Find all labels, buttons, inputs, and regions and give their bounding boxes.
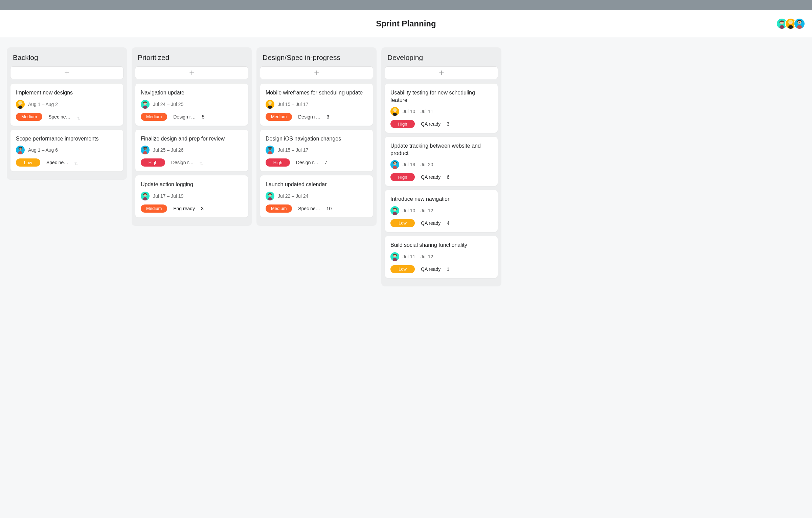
card-date-range: Aug 1 – Aug 6 xyxy=(28,147,58,153)
priority-pill[interactable]: Medium xyxy=(266,204,292,213)
task-card[interactable]: Build social sharing functionalityJul 11… xyxy=(385,236,498,278)
card-status-label: Design r… xyxy=(173,114,196,120)
card-date-range: Aug 1 – Aug 2 xyxy=(28,102,58,107)
task-card[interactable]: Launch updated calendarJul 22 – Jul 24Me… xyxy=(260,175,373,218)
priority-pill[interactable]: High xyxy=(266,158,290,167)
priority-pill[interactable]: Medium xyxy=(266,113,292,121)
plus-icon xyxy=(189,70,195,75)
board-column: PrioritizedNavigation updateJul 24 – Jul… xyxy=(132,47,252,226)
header-avatar-group[interactable] xyxy=(776,18,805,29)
assignee-avatar[interactable] xyxy=(390,206,399,215)
card-title: Build social sharing functionality xyxy=(390,241,492,249)
priority-pill[interactable]: High xyxy=(141,158,165,167)
card-bottom-row: MediumDesign r…5 xyxy=(141,113,243,121)
assignee-avatar[interactable] xyxy=(266,146,274,154)
priority-pill[interactable]: Low xyxy=(390,219,415,227)
priority-pill[interactable]: Low xyxy=(390,265,415,273)
card-date-range: Jul 15 – Jul 17 xyxy=(278,147,308,153)
task-card[interactable]: Usability testing for new scheduling fea… xyxy=(385,83,498,133)
card-bottom-row: MediumEng ready3 xyxy=(141,204,243,213)
card-subtask-count: 3 xyxy=(326,114,329,120)
card-bottom-row: HighDesign r… xyxy=(141,158,243,167)
card-bottom-row: LowSpec ne… xyxy=(16,158,118,167)
column-title[interactable]: Prioritized xyxy=(135,52,248,66)
card-bottom-row: LowQA ready4 xyxy=(390,219,492,227)
task-card[interactable]: Mobile wireframes for scheduling updateJ… xyxy=(260,83,373,126)
card-title: Usability testing for new scheduling fea… xyxy=(390,89,492,104)
task-card[interactable]: Scope performance improvementsAug 1 – Au… xyxy=(10,129,123,172)
task-card[interactable]: Update tracking between website and prod… xyxy=(385,136,498,186)
card-meta-row: Aug 1 – Aug 6 xyxy=(16,146,118,154)
card-date-range: Jul 22 – Jul 24 xyxy=(278,193,308,199)
board-column: BacklogImplement new designsAug 1 – Aug … xyxy=(7,47,127,180)
card-meta-row: Jul 25 – Jul 26 xyxy=(141,146,243,154)
assignee-avatar[interactable] xyxy=(390,107,399,116)
plus-icon xyxy=(439,70,444,75)
card-date-range: Jul 19 – Jul 20 xyxy=(403,162,433,167)
add-card-button[interactable] xyxy=(135,66,248,79)
assignee-avatar[interactable] xyxy=(141,100,150,109)
task-card[interactable]: Navigation updateJul 24 – Jul 25MediumDe… xyxy=(135,83,248,126)
card-subtask-count: 7 xyxy=(324,160,327,165)
card-bottom-row: HighDesign r…7 xyxy=(266,158,367,167)
task-card[interactable]: Finalize design and prep for reviewJul 2… xyxy=(135,129,248,172)
card-meta-row: Jul 11 – Jul 12 xyxy=(390,252,492,261)
board-column: DevelopingUsability testing for new sche… xyxy=(381,47,501,286)
priority-pill[interactable]: High xyxy=(390,173,415,181)
add-card-button[interactable] xyxy=(10,66,123,79)
column-title[interactable]: Developing xyxy=(385,52,498,66)
card-title: Launch updated calendar xyxy=(266,181,367,188)
card-title: Scope performance improvements xyxy=(16,135,118,143)
board-column: Design/Spec in-progressMobile wireframes… xyxy=(256,47,377,226)
card-meta-row: Jul 22 – Jul 24 xyxy=(266,192,367,200)
card-status-label: QA ready xyxy=(421,174,441,180)
card-status-label: QA ready xyxy=(421,121,441,127)
card-meta-row: Jul 15 – Jul 17 xyxy=(266,100,367,109)
assignee-avatar[interactable] xyxy=(141,146,150,154)
card-bottom-row: HighQA ready6 xyxy=(390,173,492,181)
task-card[interactable]: Design iOS navigation changesJul 15 – Ju… xyxy=(260,129,373,172)
card-date-range: Jul 24 – Jul 25 xyxy=(153,102,183,107)
card-title: Mobile wireframes for scheduling update xyxy=(266,89,367,96)
add-card-button[interactable] xyxy=(385,66,498,79)
task-card[interactable]: Implement new designsAug 1 – Aug 2Medium… xyxy=(10,83,123,126)
assignee-avatar[interactable] xyxy=(390,252,399,261)
assignee-avatar[interactable] xyxy=(266,100,274,109)
card-title: Navigation update xyxy=(141,89,243,96)
assignee-avatar[interactable] xyxy=(390,160,399,169)
card-bottom-row: HighQA ready3 xyxy=(390,120,492,128)
card-subtask-count: 5 xyxy=(202,114,204,120)
priority-pill[interactable]: Medium xyxy=(16,113,42,121)
add-card-button[interactable] xyxy=(260,66,373,79)
card-status-label: Design r… xyxy=(296,160,318,165)
assignee-avatar[interactable] xyxy=(141,192,150,200)
card-subtask-count: 3 xyxy=(447,121,449,127)
subtask-icon xyxy=(200,161,204,164)
card-title: Update action logging xyxy=(141,181,243,188)
card-subtask-count: 10 xyxy=(326,206,332,211)
card-title: Introduce new navigation xyxy=(390,195,492,203)
card-meta-row: Jul 17 – Jul 19 xyxy=(141,192,243,200)
priority-pill[interactable]: Medium xyxy=(141,204,167,213)
assignee-avatar[interactable] xyxy=(266,192,274,200)
card-title: Update tracking between website and prod… xyxy=(390,142,492,157)
card-bottom-row: MediumDesign r…3 xyxy=(266,113,367,121)
assignee-avatar[interactable] xyxy=(16,146,25,154)
priority-pill[interactable]: Medium xyxy=(141,113,167,121)
column-title[interactable]: Design/Spec in-progress xyxy=(260,52,373,66)
card-status-label: Eng ready xyxy=(173,206,195,211)
priority-pill[interactable]: Low xyxy=(16,158,40,167)
window-chrome xyxy=(0,0,812,10)
card-bottom-row: MediumSpec ne… xyxy=(16,113,118,121)
priority-pill[interactable]: High xyxy=(390,120,415,128)
card-date-range: Jul 10 – Jul 12 xyxy=(403,208,433,213)
task-card[interactable]: Update action loggingJul 17 – Jul 19Medi… xyxy=(135,175,248,218)
task-card[interactable]: Introduce new navigationJul 10 – Jul 12L… xyxy=(385,190,498,232)
card-date-range: Jul 15 – Jul 17 xyxy=(278,102,308,107)
card-title: Design iOS navigation changes xyxy=(266,135,367,143)
header-avatar[interactable] xyxy=(794,18,805,29)
column-title[interactable]: Backlog xyxy=(10,52,123,66)
card-bottom-row: LowQA ready1 xyxy=(390,265,492,273)
assignee-avatar[interactable] xyxy=(16,100,25,109)
card-title: Implement new designs xyxy=(16,89,118,96)
